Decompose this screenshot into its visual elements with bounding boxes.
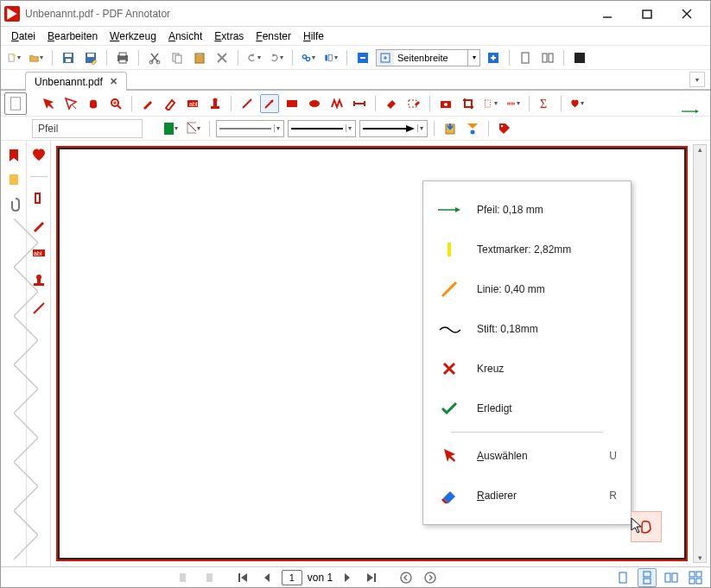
stamp-tool[interactable] [206, 94, 225, 113]
menu-window[interactable]: Fenster [251, 28, 296, 44]
popup-item-line[interactable]: Linie: 0,40 mm [429, 269, 625, 309]
undo-button[interactable] [244, 48, 263, 67]
new-doc-button[interactable] [4, 48, 23, 67]
property-toolbar: Pfeil [1, 117, 710, 141]
paste-button[interactable] [190, 48, 209, 67]
menu-help[interactable]: Hilfe [298, 28, 329, 44]
sidebar-toggle-button[interactable] [321, 48, 340, 67]
layout-single-button[interactable] [516, 48, 535, 67]
pen-tool[interactable] [138, 94, 157, 113]
zoom-input[interactable] [394, 50, 467, 66]
main-toolbar: ▾ [1, 46, 710, 70]
redo-button[interactable] [267, 48, 286, 67]
save-as-button[interactable] [81, 48, 100, 67]
hand-tool-highlighted[interactable] [631, 511, 662, 542]
arrow-tool[interactable] [260, 94, 279, 113]
zoom-in-button[interactable] [484, 48, 503, 67]
favorites-icon[interactable] [29, 146, 48, 165]
document-tab[interactable]: Unbenannt.pdf ✕ [25, 72, 127, 91]
zoom-combo[interactable]: ▾ [376, 49, 480, 66]
pan-tool[interactable] [84, 94, 103, 113]
save-style-button[interactable] [441, 119, 460, 138]
zoom-out-button[interactable] [353, 48, 372, 67]
nav-next-page[interactable] [338, 568, 357, 587]
sidebar-tab-attachments[interactable] [4, 194, 23, 213]
print-button[interactable] [113, 48, 132, 67]
popup-action-eraser[interactable]: Radierer R [429, 476, 625, 515]
view-two-page[interactable] [662, 568, 681, 587]
menu-edit[interactable]: Bearbeiten [42, 28, 103, 44]
zoom-dropdown[interactable]: ▾ [467, 50, 479, 66]
fullscreen-button[interactable] [570, 48, 589, 67]
select-tool[interactable] [39, 94, 58, 113]
ellipse-tool[interactable] [305, 94, 324, 113]
popup-action-select[interactable]: Auswählen U [429, 436, 625, 476]
nav-back[interactable] [397, 568, 416, 587]
dimension-tool[interactable] [350, 94, 369, 113]
fav-marker[interactable] [29, 188, 48, 207]
tab-overflow-button[interactable]: ▾ [689, 72, 705, 87]
view-two-continuous[interactable] [686, 568, 705, 587]
measure-tool[interactable] [504, 94, 523, 113]
find-button[interactable] [299, 48, 318, 67]
page-rect-icon[interactable] [4, 92, 27, 115]
copy-button[interactable] [168, 48, 187, 67]
svg-rect-54 [485, 99, 490, 106]
nav-forward[interactable] [421, 568, 440, 587]
sum-tool[interactable]: Σ [536, 94, 555, 113]
nav-last-page[interactable] [362, 568, 381, 587]
cut-button[interactable] [145, 48, 164, 67]
page-number-input[interactable] [282, 570, 302, 585]
sidebar-tab-pages[interactable] [4, 170, 23, 189]
minimize-button[interactable] [587, 2, 627, 26]
line-style-select[interactable] [216, 120, 284, 137]
crop-tool[interactable] [459, 94, 478, 113]
tag-button[interactable] [495, 119, 514, 138]
menu-view[interactable]: Ansicht [163, 28, 207, 44]
close-button[interactable] [667, 2, 707, 26]
favorites-button[interactable] [568, 94, 587, 113]
eraser-tool[interactable] [382, 94, 401, 113]
menu-file[interactable]: Datei [6, 28, 41, 44]
arrow-head-select[interactable] [359, 120, 428, 137]
save-button[interactable] [59, 48, 78, 67]
sidebar-tab-bookmark[interactable] [4, 146, 23, 165]
nav-first-page[interactable] [233, 568, 252, 587]
view-single[interactable] [613, 568, 632, 587]
nav-prev-page[interactable] [257, 568, 276, 587]
view-continuous[interactable] [638, 568, 657, 587]
marker-tool[interactable] [161, 94, 180, 113]
app-logo-icon [4, 6, 20, 22]
popup-item-arrow[interactable]: Pfeil: 0,18 mm [429, 190, 625, 230]
erase-area-tool[interactable] [404, 94, 423, 113]
lasso-tool[interactable] [61, 94, 80, 113]
svg-rect-76 [238, 573, 240, 582]
line-tool[interactable] [238, 94, 257, 113]
tab-close-icon[interactable]: ✕ [110, 76, 117, 87]
vertical-scrollbar[interactable] [693, 144, 707, 563]
layout-double-button[interactable] [538, 48, 557, 67]
polyline-tool[interactable] [327, 94, 346, 113]
svg-rect-41 [211, 106, 219, 109]
apply-default-button[interactable] [463, 119, 482, 138]
popup-item-cross[interactable]: Kreuz [429, 349, 625, 389]
open-button[interactable] [27, 48, 46, 67]
text-tool[interactable]: abI [183, 94, 202, 113]
snapshot-tool[interactable] [436, 94, 455, 113]
popup-item-marker[interactable]: Textmarker: 2,82mm [429, 230, 625, 269]
rect-tool[interactable] [282, 94, 302, 113]
menu-extras[interactable]: Extras [209, 28, 249, 44]
maximize-button[interactable] [627, 2, 667, 26]
popup-item-pen[interactable]: Stift: 0,18mm [429, 309, 625, 349]
menu-tool[interactable]: Werkzeug [105, 28, 162, 44]
cursor-icon [437, 444, 461, 468]
extract-tool[interactable] [481, 94, 500, 113]
delete-button[interactable] [213, 48, 232, 67]
line-dash-select[interactable] [288, 120, 356, 137]
svg-rect-67 [35, 193, 40, 203]
zoom-tool[interactable] [106, 94, 125, 113]
fill-picker[interactable] [184, 119, 203, 138]
color-picker[interactable] [162, 119, 181, 138]
popup-item-done[interactable]: Erledigt [429, 389, 625, 428]
zoom-fit-icon[interactable] [377, 50, 394, 66]
